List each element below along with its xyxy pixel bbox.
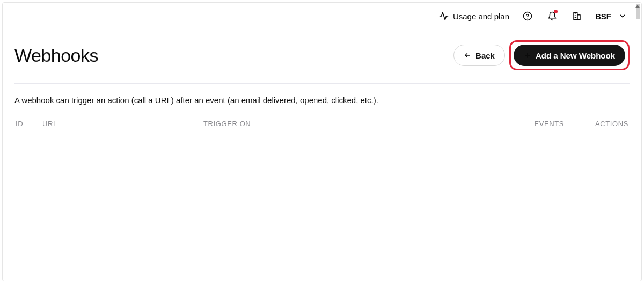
chevron-down-icon [619,12,626,20]
arrow-left-icon [464,52,471,59]
help-icon [523,11,532,21]
column-header-actions: ACTIONS [564,120,628,128]
apps-button[interactable] [570,10,583,23]
column-header-events: EVENTS [500,120,564,128]
add-webhook-button[interactable]: Add a New Webhook [514,45,625,66]
webhooks-table-header: ID URL TRIGGER ON EVENTS ACTIONS [3,120,641,128]
usage-and-plan-link[interactable]: Usage and plan [439,11,509,21]
workspace-label: BSF [595,12,611,21]
workspace-switcher[interactable]: BSF [595,12,626,21]
usage-label: Usage and plan [453,12,509,21]
page-title: Webhooks [14,45,98,66]
header-actions: Back Add a New Webhook [453,40,630,70]
column-header-trigger-on: TRIGGER ON [203,120,500,128]
topbar: Usage and plan [3,3,641,30]
plus-icon [524,52,531,59]
column-header-url: URL [42,120,203,128]
app-frame: Usage and plan [2,2,642,281]
notification-dot-icon [554,10,558,13]
svg-rect-3 [577,15,580,20]
notifications-button[interactable] [546,10,559,23]
back-button[interactable]: Back [453,45,505,66]
help-button[interactable] [521,10,534,23]
highlight-ring: Add a New Webhook [509,40,630,70]
page-header: Webhooks Back [3,30,641,83]
building-icon [572,11,582,21]
column-header-id: ID [16,120,42,128]
activity-icon [439,11,449,21]
page-description: A webhook can trigger an action (call a … [3,84,641,120]
add-webhook-button-label: Add a New Webhook [536,51,615,60]
scrollbar-up-arrow-icon[interactable] [635,5,640,8]
back-button-label: Back [475,51,495,60]
